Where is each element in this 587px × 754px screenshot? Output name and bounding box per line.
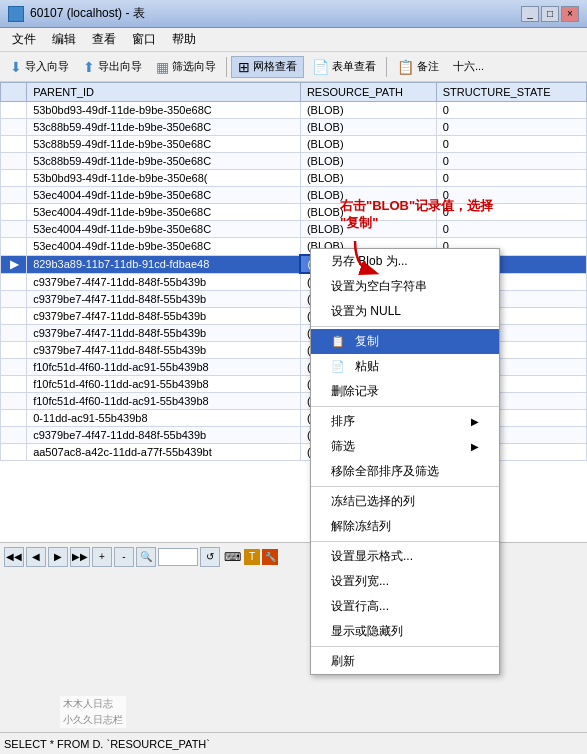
minimize-button[interactable]: _	[521, 6, 539, 22]
row-indicator	[1, 393, 27, 410]
ctx-col-width[interactable]: 设置列宽...	[311, 569, 499, 594]
cell-parent-id[interactable]: f10fc51d-4f60-11dd-ac91-55b439b8	[27, 376, 301, 393]
cell-parent-id[interactable]: 53ec4004-49df-11de-b9be-350e68C	[27, 221, 301, 238]
shirt-icon: T	[244, 549, 260, 565]
col-header-structure-state[interactable]: STRUCTURE_STATE	[436, 83, 586, 102]
add-record-button[interactable]: +	[92, 547, 112, 567]
cell-resource-path[interactable]: (BLOB)	[300, 136, 436, 153]
table-row[interactable]: 53ec4004-49df-11de-b9be-350e68C(BLOB)0	[1, 204, 587, 221]
ctx-sep-3	[311, 486, 499, 487]
ctx-set-null[interactable]: 设置为 NULL	[311, 299, 499, 324]
ctx-remove-all-sort-filter[interactable]: 移除全部排序及筛选	[311, 459, 499, 484]
search-button[interactable]: 🔍	[136, 547, 156, 567]
ctx-delete-record[interactable]: 删除记录	[311, 379, 499, 404]
ctx-row-height[interactable]: 设置行高...	[311, 594, 499, 619]
first-record-button[interactable]: ◀◀	[4, 547, 24, 567]
ctx-save-blob[interactable]: 另存 Blob 为...	[311, 249, 499, 274]
hex-button[interactable]: 十六...	[447, 57, 490, 76]
grid-view-button[interactable]: ⊞ 网格查看	[231, 56, 304, 78]
cell-parent-id[interactable]: 829b3a89-11b7-11db-91cd-fdbae48	[27, 255, 301, 273]
table-row[interactable]: 53ec4004-49df-11de-b9be-350e68C(BLOB)0	[1, 187, 587, 204]
status-text: SELECT * FROM D. `RESOURCE_PATH`	[4, 738, 210, 750]
next-record-button[interactable]: ▶	[48, 547, 68, 567]
cell-parent-id[interactable]: 53ec4004-49df-11de-b9be-350e68C	[27, 204, 301, 221]
ctx-filter[interactable]: 筛选	[311, 434, 499, 459]
row-indicator	[1, 170, 27, 187]
ctx-refresh[interactable]: 刷新	[311, 649, 499, 674]
col-header-parent-id[interactable]: PARENT_ID	[27, 83, 301, 102]
app-icon	[8, 6, 24, 22]
cell-structure-state: 0	[436, 102, 586, 119]
cell-resource-path[interactable]: (BLOB)	[300, 119, 436, 136]
form-view-button[interactable]: 📄 表单查看	[306, 57, 382, 77]
cell-parent-id[interactable]: c9379be7-4f47-11dd-848f-55b439b	[27, 308, 301, 325]
import-icon: ⬇	[10, 59, 22, 75]
close-button[interactable]: ×	[561, 6, 579, 22]
table-row[interactable]: 53c88b59-49df-11de-b9be-350e68C(BLOB)0	[1, 136, 587, 153]
cell-parent-id[interactable]: 53c88b59-49df-11de-b9be-350e68C	[27, 136, 301, 153]
cell-structure-state: 0	[436, 136, 586, 153]
cell-parent-id[interactable]: c9379be7-4f47-11dd-848f-55b439b	[27, 427, 301, 444]
row-indicator	[1, 119, 27, 136]
filter-wizard-button[interactable]: ▦ 筛选向导	[150, 57, 222, 77]
ctx-show-hide-cols[interactable]: 显示或隐藏列	[311, 619, 499, 644]
refresh-button[interactable]: ↺	[200, 547, 220, 567]
watermark: 木木人日志 小久久日志栏	[60, 696, 126, 728]
cell-resource-path[interactable]: (BLOB)	[300, 153, 436, 170]
row-indicator	[1, 187, 27, 204]
ctx-freeze-cols[interactable]: 冻结已选择的列	[311, 489, 499, 514]
menu-help[interactable]: 帮助	[164, 29, 204, 50]
maximize-button[interactable]: □	[541, 6, 559, 22]
form-icon: 📄	[312, 59, 329, 75]
menu-file[interactable]: 文件	[4, 29, 44, 50]
cell-parent-id[interactable]: c9379be7-4f47-11dd-848f-55b439b	[27, 325, 301, 342]
last-record-button[interactable]: ▶▶	[70, 547, 90, 567]
menu-edit[interactable]: 编辑	[44, 29, 84, 50]
cell-resource-path[interactable]: (BLOB)	[300, 221, 436, 238]
cell-parent-id[interactable]: f10fc51d-4f60-11dd-ac91-55b439b8	[27, 359, 301, 376]
context-menu: 另存 Blob 为... 设置为空白字符串 设置为 NULL 📋 复制 📄 粘贴…	[310, 248, 500, 675]
ctx-sort[interactable]: 排序	[311, 409, 499, 434]
ctx-paste[interactable]: 📄 粘贴	[311, 354, 499, 379]
menu-view[interactable]: 查看	[84, 29, 124, 50]
cell-resource-path[interactable]: (BLOB)	[300, 170, 436, 187]
ctx-unfreeze-cols[interactable]: 解除冻结列	[311, 514, 499, 539]
prev-record-button[interactable]: ◀	[26, 547, 46, 567]
cell-parent-id[interactable]: 53b0bd93-49df-11de-b9be-350e68C	[27, 102, 301, 119]
table-row[interactable]: 53c88b59-49df-11de-b9be-350e68C(BLOB)0	[1, 153, 587, 170]
title-controls[interactable]: _ □ ×	[521, 6, 579, 22]
note-button[interactable]: 📋 备注	[391, 57, 445, 77]
cell-parent-id[interactable]: 53ec4004-49df-11de-b9be-350e68C	[27, 238, 301, 256]
cell-parent-id[interactable]: 53b0bd93-49df-11de-b9be-350e68(	[27, 170, 301, 187]
table-row[interactable]: 53b0bd93-49df-11de-b9be-350e68((BLOB)0	[1, 170, 587, 187]
cell-resource-path[interactable]: (BLOB)	[300, 187, 436, 204]
cell-parent-id[interactable]: 0-11dd-ac91-55b439b8	[27, 410, 301, 427]
cell-parent-id[interactable]: 53ec4004-49df-11de-b9be-350e68C	[27, 187, 301, 204]
row-indicator	[1, 221, 27, 238]
col-header-resource-path[interactable]: RESOURCE_PATH	[300, 83, 436, 102]
export-wizard-button[interactable]: ⬆ 导出向导	[77, 57, 148, 77]
cell-parent-id[interactable]: 53c88b59-49df-11de-b9be-350e68C	[27, 119, 301, 136]
ctx-copy[interactable]: 📋 复制	[311, 329, 499, 354]
cell-parent-id[interactable]: 53c88b59-49df-11de-b9be-350e68C	[27, 153, 301, 170]
cell-parent-id[interactable]: c9379be7-4f47-11dd-848f-55b439b	[27, 342, 301, 359]
row-indicator	[1, 410, 27, 427]
menu-window[interactable]: 窗口	[124, 29, 164, 50]
table-row[interactable]: 53c88b59-49df-11de-b9be-350e68C(BLOB)0	[1, 119, 587, 136]
cell-resource-path[interactable]: (BLOB)	[300, 102, 436, 119]
toolbar-sep-2	[386, 57, 387, 77]
cell-parent-id[interactable]: f10fc51d-4f60-11dd-ac91-55b439b8	[27, 393, 301, 410]
record-position-input[interactable]	[158, 548, 198, 566]
delete-record-nav-button[interactable]: -	[114, 547, 134, 567]
cell-parent-id[interactable]: c9379be7-4f47-11dd-848f-55b439b	[27, 291, 301, 308]
import-wizard-button[interactable]: ⬇ 导入向导	[4, 57, 75, 77]
table-row[interactable]: 53ec4004-49df-11de-b9be-350e68C(BLOB)0	[1, 221, 587, 238]
cell-parent-id[interactable]: c9379be7-4f47-11dd-848f-55b439b	[27, 273, 301, 291]
table-row[interactable]: 53b0bd93-49df-11de-b9be-350e68C(BLOB)0	[1, 102, 587, 119]
ctx-display-format[interactable]: 设置显示格式...	[311, 544, 499, 569]
cell-parent-id[interactable]: aa507ac8-a42c-11dd-a77f-55b439bt	[27, 444, 301, 461]
row-indicator	[1, 102, 27, 119]
row-indicator	[1, 136, 27, 153]
ctx-set-empty-string[interactable]: 设置为空白字符串	[311, 274, 499, 299]
cell-resource-path[interactable]: (BLOB)	[300, 204, 436, 221]
